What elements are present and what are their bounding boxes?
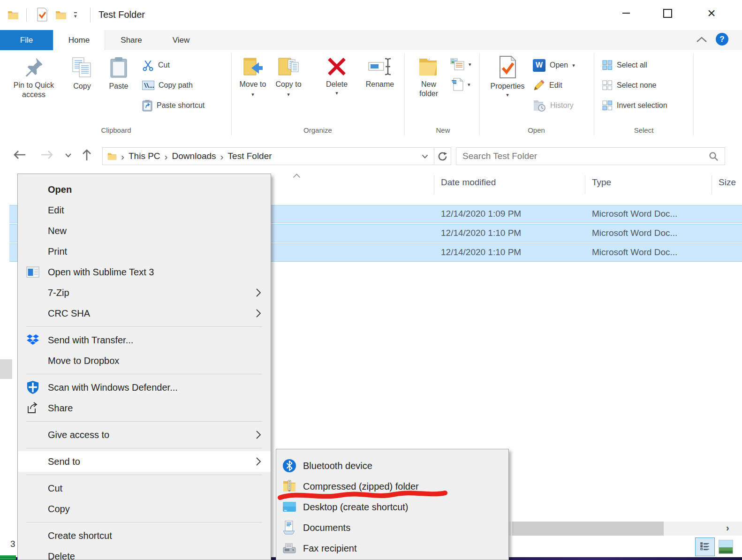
delete-button[interactable]: Delete ▾ (320, 57, 354, 96)
invert-selection-button[interactable]: Invert selection (602, 98, 667, 113)
qat-properties-button[interactable] (37, 8, 48, 22)
menu-item-cut[interactable]: Cut (18, 478, 271, 499)
open-button[interactable]: W Open ▾ (533, 58, 575, 72)
qat-customize-dropdown[interactable]: ▾ (74, 12, 77, 18)
tab-home[interactable]: Home (53, 30, 105, 51)
menu-item-crc-sha[interactable]: CRC SHA (18, 303, 271, 324)
collapse-ribbon-button[interactable] (696, 37, 707, 43)
menu-separator (26, 421, 262, 422)
menu-item-move-to-dropbox[interactable]: Move to Dropbox (18, 350, 271, 371)
ribbon-copy-button[interactable]: Copy (65, 57, 99, 91)
details-view-button[interactable] (695, 537, 715, 556)
menu-label: Open with Sublime Text 3 (48, 267, 154, 278)
menu-item-print[interactable]: Print (18, 241, 271, 262)
qat-new-folder-button[interactable] (55, 10, 67, 20)
select-none-button[interactable]: Select none (602, 78, 657, 92)
rename-button[interactable]: Rename (358, 57, 401, 89)
history-label: History (550, 101, 574, 110)
forward-button[interactable] (40, 150, 53, 160)
breadcrumb-test-folder[interactable]: Test Folder (228, 151, 272, 161)
horizontal-scrollbar[interactable]: › (509, 522, 742, 536)
submenu-item-desktop-create-shortcut[interactable]: Desktop (create shortcut) (276, 497, 508, 517)
menu-item-copy[interactable]: Copy (18, 499, 271, 519)
easy-access-button[interactable]: ▾ (450, 57, 471, 71)
menu-separator (26, 326, 262, 327)
breadcrumb-chevron: › (165, 151, 168, 161)
submenu-item-fax-recipient[interactable]: Fax recipient (276, 538, 508, 559)
cut-button[interactable]: Cut (142, 58, 170, 72)
menu-separator (26, 448, 262, 448)
menu-item-delete[interactable]: Delete (18, 546, 271, 560)
column-separator[interactable] (712, 175, 712, 194)
search-input[interactable] (456, 151, 709, 161)
menu-item-send-with-transfer[interactable]: Send with Transfer... (18, 330, 271, 350)
minimize-button[interactable] (615, 4, 637, 23)
column-header-date-modified[interactable]: Date modified (441, 177, 496, 188)
rename-label: Rename (366, 80, 394, 89)
menu-item-7zip[interactable]: 7-Zip (18, 282, 271, 303)
address-dropdown-chevron[interactable] (422, 154, 428, 159)
submenu-item-compressed-zipped-folder[interactable]: Compressed (zipped) folder (276, 476, 508, 497)
scrollbar-right-arrow[interactable]: › (726, 522, 729, 533)
history-button[interactable]: History (533, 98, 574, 113)
refresh-button[interactable] (434, 147, 451, 165)
menu-item-scan-with-defender[interactable]: Scan with Windows Defender... (18, 377, 271, 398)
group-separator (231, 53, 232, 136)
back-button[interactable] (13, 150, 26, 160)
help-button[interactable]: ? (716, 33, 728, 45)
nav-pane-scrollbar-fragment[interactable] (0, 359, 12, 379)
new-item-button[interactable]: ▾ (451, 77, 470, 91)
ribbon-paste-button[interactable]: Paste (101, 57, 136, 91)
search-icon[interactable] (709, 151, 719, 161)
tab-file[interactable]: File (0, 30, 53, 50)
help-icon: ? (719, 35, 724, 44)
tab-share[interactable]: Share (105, 30, 158, 50)
menu-label: Give access to (48, 430, 109, 440)
menu-item-open[interactable]: Open (18, 179, 271, 200)
column-separator[interactable] (434, 175, 434, 194)
breadcrumb-this-pc[interactable]: This PC (129, 151, 160, 161)
breadcrumb-downloads[interactable]: Downloads (172, 151, 216, 161)
address-folder-icon (107, 152, 117, 160)
maximize-button[interactable] (657, 4, 678, 23)
copy-to-button[interactable]: Copy to ▾ (273, 57, 304, 99)
menu-item-create-shortcut[interactable]: Create shortcut (18, 525, 271, 546)
tab-view[interactable]: View (158, 30, 204, 50)
submenu-item-documents[interactable]: Documents (276, 517, 508, 538)
thumbnails-view-button[interactable] (719, 540, 733, 554)
submenu-item-bluetooth-device[interactable]: Bluetooth device (276, 455, 508, 476)
pin-label: Pin to Quick access (9, 81, 58, 99)
properties-button[interactable]: Properties ▾ (487, 56, 528, 98)
column-separator[interactable] (585, 175, 585, 194)
new-folder-label: New folder (415, 80, 442, 98)
pin-to-quick-access-button[interactable]: Pin to Quick access (7, 57, 61, 99)
menu-label: Send to (48, 456, 80, 467)
menu-item-new[interactable]: New (18, 220, 271, 241)
scrollbar-thumb[interactable] (512, 522, 664, 536)
submenu-label: Desktop (create shortcut) (303, 502, 409, 513)
copy-label: Copy (73, 82, 91, 91)
up-button[interactable] (82, 149, 92, 161)
menu-item-share[interactable]: Share (18, 398, 271, 418)
address-input[interactable]: › This PC › Downloads › Test Folder (102, 147, 434, 165)
menu-item-open-with-sublime[interactable]: Open with Sublime Text 3 (18, 262, 271, 282)
recent-locations-dropdown[interactable] (65, 153, 72, 158)
fax-icon (282, 542, 303, 555)
edit-button[interactable]: Edit (533, 78, 562, 92)
select-all-button[interactable]: Select all (602, 58, 647, 72)
menu-item-send-to[interactable]: Send to (18, 451, 271, 472)
file-type: Microsoft Word Doc... (592, 228, 677, 238)
menu-item-give-access-to[interactable]: Give access to (18, 424, 271, 445)
ribbon-home: Pin to Quick access Copy Pa (0, 50, 742, 139)
submenu-label: Documents (303, 522, 350, 533)
paste-shortcut-button[interactable]: Paste shortcut (142, 98, 204, 113)
column-header-type[interactable]: Type (592, 177, 611, 188)
dropbox-icon (26, 334, 48, 346)
copy-path-button[interactable]: Copy path (142, 78, 193, 92)
column-header-size[interactable]: Size (719, 177, 736, 188)
move-to-button[interactable]: Move to ▾ (237, 57, 268, 99)
menu-item-edit[interactable]: Edit (18, 200, 271, 220)
close-button[interactable]: × (701, 4, 722, 23)
background-app-fragment (0, 555, 16, 560)
new-folder-button[interactable]: New folder (411, 57, 447, 98)
